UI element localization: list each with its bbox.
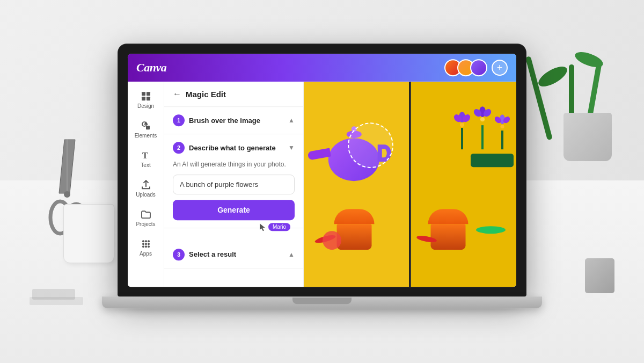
section-2-title: Describe what to generate [189, 144, 284, 152]
add-collaborator-button[interactable]: + [492, 60, 508, 76]
sidebar-item-design[interactable]: Design [130, 86, 162, 113]
section-1-title: Brush over the image [189, 117, 284, 125]
text-icon: T [140, 149, 152, 161]
edit-panel: ← Magic Edit 1 Brush over the image ▲ [164, 82, 304, 287]
section-3-header[interactable]: 3 Select a result ▲ [173, 249, 295, 260]
svg-rect-6 [142, 97, 145, 100]
laptop-lid: Canva + [118, 44, 526, 296]
section-3-chevron: ▲ [288, 251, 295, 258]
avatar-group: + [444, 59, 508, 76]
section-2-header[interactable]: 2 Describe what to generate ▼ [173, 142, 295, 154]
canva-logo: Canva [136, 61, 166, 75]
sidebar-item-elements[interactable]: Elements [130, 115, 162, 143]
text-label: Text [141, 162, 150, 168]
elements-label: Elements [135, 133, 157, 139]
section-2-hint: An AI will generate things in your photo… [173, 160, 295, 169]
section-1-number: 1 [173, 114, 185, 126]
section-2-body: An AI will generate things in your photo… [173, 160, 295, 220]
sidebar-item-uploads[interactable]: Uploads [130, 175, 162, 202]
apps-icon [140, 238, 152, 250]
svg-point-18 [142, 245, 144, 248]
section-3-number: 3 [173, 249, 185, 260]
green-saucer [476, 226, 506, 234]
svg-rect-9 [146, 126, 150, 129]
section-1-header[interactable]: 1 Brush over the image ▲ [173, 114, 295, 126]
selection-mask [348, 123, 393, 169]
cursor-tooltip: Mario [268, 223, 290, 231]
section-2-chevron: ▼ [288, 144, 295, 151]
uploads-label: Uploads [136, 192, 156, 198]
svg-point-15 [142, 243, 144, 245]
svg-point-19 [145, 245, 147, 248]
small-cup-decoration [585, 258, 614, 293]
svg-rect-5 [147, 92, 150, 96]
svg-point-20 [148, 245, 150, 248]
sidebar-item-projects[interactable]: Projects [130, 204, 162, 231]
svg-point-14 [148, 240, 150, 242]
projects-label: Projects [136, 221, 155, 227]
svg-point-16 [145, 243, 147, 245]
section-1-chevron: ▲ [288, 117, 295, 124]
section-2-number: 2 [173, 142, 185, 154]
svg-text:T: T [142, 151, 148, 160]
section-3-title: Select a result [189, 250, 284, 258]
back-button[interactable]: ← [173, 89, 181, 99]
svg-point-17 [148, 243, 150, 245]
svg-point-3 [64, 191, 70, 198]
plant-decoration [564, 54, 612, 161]
svg-rect-7 [147, 97, 150, 100]
apps-label: Apps [140, 251, 152, 257]
top-bar: Canva + [128, 54, 516, 82]
uploads-icon [140, 179, 152, 191]
design-label: Design [137, 103, 154, 109]
section-1: 1 Brush over the image ▲ [164, 107, 303, 134]
elements-icon [140, 120, 152, 132]
canva-app: Canva + [128, 54, 516, 287]
panel-header: ← Magic Edit [164, 82, 303, 107]
image-left [304, 82, 409, 287]
avatar-3 [470, 59, 487, 76]
design-icon [140, 90, 152, 102]
prompt-input[interactable] [173, 175, 295, 194]
sidebar: Design Elements T Text [128, 82, 164, 287]
image-right [410, 82, 516, 287]
cupcake-right [428, 209, 468, 250]
laptop-screen: Canva + [128, 54, 516, 287]
flowers-group [454, 106, 510, 149]
sidebar-item-text[interactable]: T Text [130, 145, 162, 172]
small-items [30, 297, 83, 305]
generate-button[interactable]: Generate [173, 200, 295, 220]
laptop: Canva + [118, 44, 526, 308]
flower-base [471, 154, 514, 167]
svg-point-13 [145, 240, 147, 242]
svg-point-12 [142, 240, 144, 242]
canvas-image [304, 82, 516, 287]
cursor-icon [259, 222, 266, 232]
laptop-trackpad [292, 297, 352, 304]
laptop-base [102, 296, 542, 308]
app-body: Design Elements T Text [128, 82, 516, 287]
panel-title: Magic Edit [186, 90, 226, 99]
sidebar-item-apps[interactable]: Apps [130, 234, 162, 261]
section-3: 3 Select a result ▲ [164, 241, 303, 268]
cup-decoration [63, 204, 114, 263]
section-2: 2 Describe what to generate ▼ An AI will… [164, 134, 303, 228]
svg-rect-4 [142, 92, 145, 96]
canvas-area [304, 82, 516, 287]
folder-icon [140, 208, 152, 220]
